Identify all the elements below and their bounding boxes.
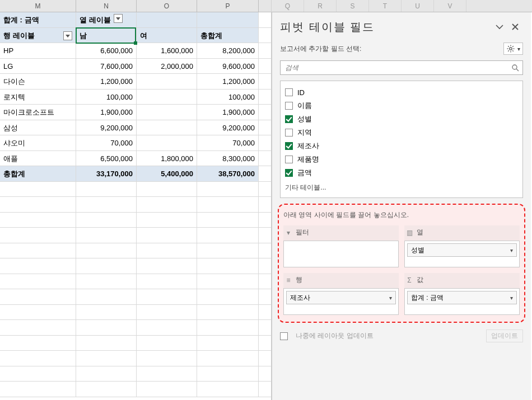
close-icon[interactable] [507, 19, 523, 35]
table-row[interactable]: 마이크로소프트1,900,0001,900,000 [0, 105, 271, 120]
layout-options-button[interactable]: ▾ [503, 43, 523, 55]
drop-item[interactable]: 성별▾ [407, 243, 517, 257]
search-icon [511, 64, 519, 72]
row-label: 샤오미 [0, 135, 76, 150]
grand-total-total: 38,570,000 [197, 166, 259, 181]
row-female [137, 90, 197, 105]
defer-checkbox[interactable] [280, 332, 288, 340]
row-male: 1,900,000 [76, 105, 137, 120]
chevron-down-icon[interactable]: ▾ [510, 295, 513, 301]
row-label: LG [0, 59, 76, 74]
field-label: 이름 [297, 101, 312, 111]
gear-icon [506, 44, 515, 53]
svg-line-8 [508, 50, 508, 51]
collapse-icon[interactable] [492, 19, 507, 35]
field-label: 제조사 [297, 141, 319, 151]
row-label: 다이슨 [0, 74, 76, 89]
row-female [137, 105, 197, 120]
row-total: 100,000 [197, 90, 259, 105]
row-female [137, 74, 197, 89]
chevron-down-icon[interactable]: ▾ [389, 295, 392, 301]
col-header-O[interactable]: O [137, 0, 197, 12]
drop-item[interactable]: 제조사▾ [286, 291, 396, 304]
drop-item-label: 합계 : 금액 [411, 293, 444, 303]
drop-item[interactable]: 합계 : 금액▾ [407, 291, 517, 304]
svg-line-7 [512, 46, 513, 46]
checkbox-icon[interactable] [285, 88, 293, 96]
worksheet[interactable]: M N O P 합계 : 금액 열 레이블 행 레이블 남 여 총합계 HP6,… [0, 0, 272, 400]
chevron-down-icon[interactable]: ▾ [510, 247, 513, 253]
sigma-icon: Σ [405, 276, 413, 284]
grand-total-label: 총합계 [0, 166, 76, 181]
table-row[interactable]: 로지텍100,000100,000 [0, 90, 271, 105]
field-list[interactable]: ID이름성별지역제조사제품명금액 기타 테이블... [280, 81, 523, 198]
values-area[interactable]: Σ값 합계 : 금액▾ [404, 273, 520, 315]
filters-area[interactable]: ▾필터 [283, 225, 399, 267]
svg-line-5 [508, 46, 508, 46]
row-label: 삼성 [0, 120, 76, 135]
drop-instruction: 아래 영역 사이에 필드를 끌어 놓으십시오. [283, 210, 520, 220]
columns-area[interactable]: ▥열 성별▾ [404, 225, 520, 267]
pane-title: 피벗 테이블 필드 [280, 20, 492, 35]
checkbox-icon[interactable] [285, 115, 293, 123]
checkbox-icon[interactable] [285, 142, 293, 150]
row-field-dropdown-icon[interactable] [63, 31, 72, 40]
checkbox-icon[interactable] [285, 102, 293, 110]
col-headers: M N O P [0, 0, 271, 12]
chevron-down-icon: ▾ [517, 46, 520, 52]
table-row[interactable]: HP6,600,0001,600,0008,200,000 [0, 43, 271, 59]
svg-line-6 [512, 50, 513, 51]
row-total: 9,600,000 [197, 59, 259, 74]
update-button[interactable]: 업데이트 [486, 330, 523, 342]
pane-subtitle: 보고서에 추가할 필드 선택: [280, 44, 361, 54]
field-item[interactable]: 성별 [285, 112, 518, 126]
col-header-N[interactable]: N [76, 0, 137, 12]
defer-layout-row: 나중에 레이아웃 업데이트 업데이트 [272, 326, 531, 346]
row-female: 1,600,000 [137, 43, 197, 58]
row-total: 8,300,000 [197, 151, 259, 166]
checkbox-icon[interactable] [285, 169, 293, 177]
col-header-P[interactable]: P [197, 0, 259, 12]
table-row[interactable]: 샤오미70,00070,000 [0, 135, 271, 151]
field-item[interactable]: 금액 [285, 166, 518, 180]
field-item[interactable]: 지역 [285, 126, 518, 139]
row-total: 1,900,000 [197, 105, 259, 120]
defer-label: 나중에 레이아웃 업데이트 [296, 331, 374, 341]
pivot-col-field[interactable]: 열 레이블 [76, 12, 137, 27]
row-total: 1,200,000 [197, 74, 259, 89]
row-female [137, 120, 197, 135]
row-male: 7,600,000 [76, 59, 137, 74]
row-male: 100,000 [76, 90, 137, 105]
columns-icon: ▥ [405, 229, 413, 237]
row-total: 70,000 [197, 135, 259, 150]
row-total: 9,200,000 [197, 120, 259, 135]
table-row[interactable]: 삼성9,200,0009,200,000 [0, 120, 271, 136]
row-female [137, 135, 197, 150]
field-item[interactable]: 이름 [285, 99, 518, 112]
row-male: 70,000 [76, 135, 137, 150]
checkbox-icon[interactable] [285, 129, 293, 137]
col-field-dropdown-icon[interactable] [114, 14, 123, 23]
field-label: 금액 [297, 168, 312, 178]
table-row[interactable]: 애플6,500,0001,800,0008,300,000 [0, 151, 271, 167]
pivot-row-field[interactable]: 행 레이블 [0, 28, 76, 43]
rows-area[interactable]: ≡행 제조사▾ [283, 273, 399, 315]
svg-point-9 [512, 65, 517, 69]
col-header-female: 여 [137, 28, 197, 43]
pivot-table[interactable]: 합계 : 금액 열 레이블 행 레이블 남 여 총합계 HP6,600,0001… [0, 12, 271, 397]
col-header-M[interactable]: M [0, 0, 76, 12]
checkbox-icon[interactable] [285, 156, 293, 163]
field-item[interactable]: ID [285, 86, 518, 99]
row-female: 2,000,000 [137, 59, 197, 74]
search-input[interactable] [284, 63, 511, 72]
field-search[interactable] [280, 60, 523, 75]
row-male: 6,500,000 [76, 151, 137, 166]
table-row[interactable]: LG7,600,0002,000,0009,600,000 [0, 59, 271, 74]
table-row[interactable]: 다이슨1,200,0001,200,000 [0, 74, 271, 90]
rows-icon: ≡ [284, 276, 292, 284]
field-item[interactable]: 제조사 [285, 139, 518, 153]
other-tables-link[interactable]: 기타 테이블... [285, 183, 518, 192]
field-item[interactable]: 제품명 [285, 153, 518, 166]
pivot-corner: 합계 : 금액 [0, 12, 76, 27]
drop-item-label: 제조사 [290, 293, 310, 303]
